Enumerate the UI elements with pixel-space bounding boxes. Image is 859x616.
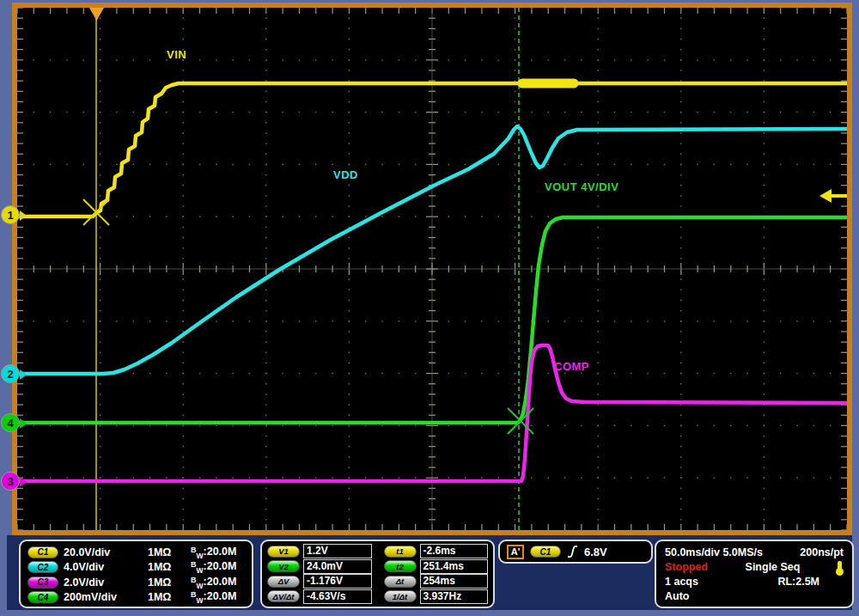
measurement-row: t2 251.4ms [384,559,489,574]
channel-1-position-marker[interactable]: 1 [1,205,20,224]
channel-2-position-marker[interactable]: 2 [1,364,20,383]
channel-2-badge[interactable]: C2 [27,561,58,573]
timebase-row: 50.0ms/div 5.0MS/s 200ns/pt [665,545,844,559]
measurement-row: ΔV -1.176V [267,574,372,589]
v1-badge: V1 [267,546,300,558]
time-cursor-column: t1 -2.6ms t2 251.4ms Δt 254ms 1/Δt 3.937… [384,544,489,604]
trigger-mode-badge: A' [507,545,524,559]
channel-1-impedance: 1MΩ [148,546,186,558]
channel-4-bandwidth: BW:20.0M [191,590,236,605]
marker-arrow-icon [20,369,27,380]
t1-value: -2.6ms [420,544,489,558]
acquisition-panel: 50.0ms/div 5.0MS/s 200ns/pt Stopped Sing… [655,540,854,608]
delta-v-badge: ΔV [267,576,300,588]
delta-t-badge: Δt [384,576,417,588]
trigger-source-badge: C1 [530,546,561,558]
v2-value: 24.0mV [303,559,372,574]
channel-4-position-marker[interactable]: 4 [1,413,20,432]
sample-resolution: 200ns/pt [800,546,844,558]
trigger-mode-row: Auto [665,589,844,603]
delta-t-value: 254ms [420,574,489,589]
oscilloscope-screen: VINVDDVOUT 4V/DIVCOMP 1243 C1 20.0V/div … [0,0,859,616]
channel-3-position-marker[interactable]: 3 [1,472,20,491]
inv-delta-t-badge: 1/Δt [384,590,417,602]
thermometer-icon [838,561,842,572]
channel-3-bandwidth: BW:20.0M [191,576,236,590]
voltage-cursor-column: V1 1.2V V2 24.0mV ΔV -1.176V ΔV/Δt -4.63… [267,544,372,604]
trigger-panel[interactable]: A' C1 6.8V [498,540,653,564]
channel-row[interactable]: C3 2.0V/div 1MΩ BW:20.0M [27,575,245,590]
acq-count: 1 acqs [665,576,698,588]
marker-arrow-icon [20,418,27,429]
measurement-row: V1 1.2V [267,544,372,558]
marker-arrow-icon [20,210,27,221]
record-length: RL:2.5M [777,576,819,588]
t1-badge: t1 [384,546,417,558]
channel-row[interactable]: C1 20.0V/div 1MΩ BW:20.0M [27,545,245,560]
measurement-row: Δt 254ms [384,574,489,589]
delta-v-value: -1.176V [303,574,372,589]
marker-arrow-icon [20,477,27,487]
trace-label-vin: VIN [167,48,186,61]
trigger-level-marker[interactable] [819,189,832,203]
t2-value: 251.4ms [420,559,489,574]
acq-status: Stopped [665,561,708,573]
channel-row[interactable]: C4 200mV/div 1MΩ BW:20.0M [27,590,245,606]
channel-1-badge[interactable]: C1 [27,546,58,558]
readout-bar: C1 20.0V/div 1MΩ BW:20.0M C2 4.0V/div 1M… [7,535,852,610]
channel-settings-panel: C1 20.0V/div 1MΩ BW:20.0M C2 4.0V/div 1M… [19,540,253,608]
acq-mode: Single Seq [746,561,801,573]
v2-badge: V2 [267,560,300,572]
trigger-level-marker[interactable] [832,194,847,198]
scope-display [17,8,847,530]
trigger-position-marker[interactable] [89,8,104,21]
rising-edge-icon [567,545,578,558]
cursor-readout-panel: V1 1.2V V2 24.0mV ΔV -1.176V ΔV/Δt -4.63… [260,540,495,608]
measurement-row: ΔV/Δt -4.63V/s [267,589,372,604]
channel-1-bandwidth: BW:20.0M [191,546,236,560]
trigger-level: 6.8V [584,546,607,558]
trace-label-comp: COMP [554,360,589,373]
dv-dt-badge: ΔV/Δt [267,590,300,602]
dv-dt-value: -4.63V/s [303,589,372,604]
status-row: Stopped Single Seq [665,559,844,574]
channel-3-impedance: 1MΩ [148,576,186,589]
channel-2-scale: 4.0V/div [64,561,143,573]
timebase: 50.0ms/div 5.0MS/s [665,546,763,558]
v1-value: 1.2V [303,544,372,558]
inv-delta-t-value: 3.937Hz [420,589,489,604]
trace-label-vdd: VDD [333,168,358,181]
measurement-row: t1 -2.6ms [384,544,489,558]
channel-4-impedance: 1MΩ [148,591,186,603]
channel-1-scale: 20.0V/div [64,546,143,558]
measurement-row: V2 24.0mV [267,559,372,574]
channel-4-badge[interactable]: C4 [27,591,58,603]
channel-4-scale: 200mV/div [64,591,143,603]
channel-2-bandwidth: BW:20.0M [191,560,236,575]
channel-2-impedance: 1MΩ [148,561,186,573]
channel-3-scale: 2.0V/div [64,576,143,589]
acq-count-row: 1 acqs RL:2.5M [665,574,844,589]
channel-3-badge[interactable]: C3 [27,576,58,589]
trigger-mode: Auto [665,590,689,602]
measurement-row: 1/Δt 3.937Hz [384,589,489,604]
trace-label-vout: VOUT 4V/DIV [545,180,618,193]
t2-badge: t2 [384,560,417,572]
channel-row[interactable]: C2 4.0V/div 1MΩ BW:20.0M [27,560,245,576]
